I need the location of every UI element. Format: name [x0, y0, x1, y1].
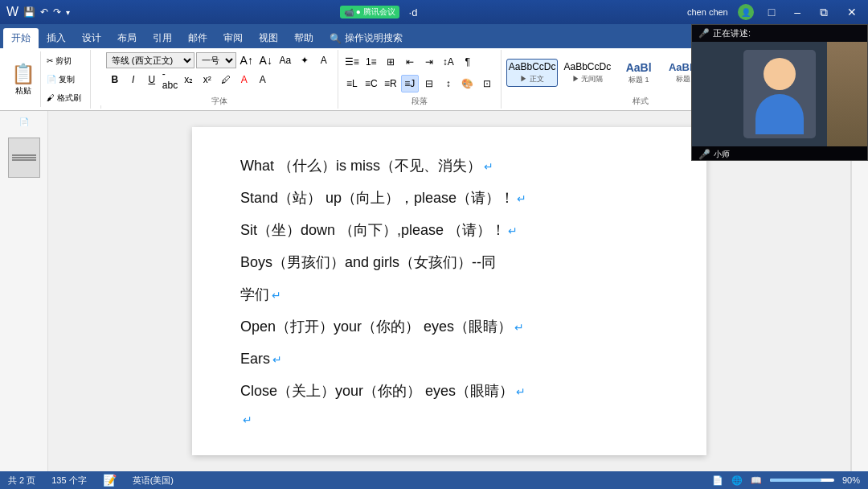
- align-right-button[interactable]: ≡R: [382, 75, 399, 92]
- view-print-icon[interactable]: 📄: [712, 475, 723, 486]
- doc-line-2: Stand（站） up（向上），please（请）！ ↵: [240, 183, 658, 212]
- underline-button[interactable]: U: [143, 71, 161, 88]
- increase-font-button[interactable]: A↑: [238, 51, 256, 69]
- doc-page[interactable]: What （什么）is miss（不见、消失） ↵ Stand（站） up（向上…: [192, 127, 706, 455]
- title-bar: W 💾 ↶ ↷ ▾ 📹 ● 腾讯会议 ·d chen chen 👤 □ – ⧉ …: [0, 0, 868, 24]
- tab-search[interactable]: 🔍 操作说明搜索: [321, 28, 411, 48]
- style-normal[interactable]: AaBbCcDc ▶ 正文: [506, 59, 559, 87]
- cut-button[interactable]: ✂ 剪切: [44, 55, 84, 68]
- text-format-btn[interactable]: A: [315, 51, 333, 69]
- superscript-button[interactable]: x²: [199, 71, 216, 88]
- video-background: [827, 42, 867, 146]
- doc-line-5: 学们 ↵: [240, 280, 658, 309]
- change-case-button[interactable]: Aa: [276, 51, 294, 69]
- border-button[interactable]: ⊡: [478, 75, 496, 92]
- enter-marker-9: ↵: [243, 409, 252, 431]
- title-bar-center: 📹 ● 腾讯会议 ·d: [340, 6, 418, 18]
- tab-mailings[interactable]: 邮件: [180, 28, 215, 48]
- clipboard-sub-buttons: ✂ 剪切 📄 复制 🖌 格式刷: [41, 51, 87, 107]
- tab-help[interactable]: 帮助: [286, 28, 321, 48]
- font-name-select[interactable]: 等线 (西文正文): [106, 52, 194, 68]
- pages-icon: 📄: [19, 117, 29, 126]
- tab-review[interactable]: 审阅: [215, 28, 251, 48]
- zoom-slider[interactable]: [770, 479, 834, 482]
- language[interactable]: 英语(美国): [133, 475, 174, 487]
- subscript-button[interactable]: x₂: [180, 71, 198, 88]
- person-name-label: 小师: [714, 149, 730, 160]
- highlight-button[interactable]: 🖊: [217, 71, 235, 88]
- numbering-button[interactable]: 1≡: [362, 53, 380, 71]
- font-color-btn2[interactable]: A: [254, 71, 272, 88]
- font-group: 等线 (西文正文) 一号 二号 A↑ A↓ Aa ✦ A B I U - abc…: [101, 50, 338, 109]
- tab-design[interactable]: 设计: [74, 28, 109, 48]
- quick-access-undo[interactable]: ↶: [40, 6, 48, 18]
- page-count: 共 2 页: [8, 475, 35, 487]
- minimize-button[interactable]: –: [789, 6, 805, 18]
- align-left-button[interactable]: ≡L: [343, 75, 361, 92]
- video-status-icon: 🎤: [698, 28, 710, 39]
- show-marks-button[interactable]: ¶: [459, 53, 477, 71]
- enter-marker-6: ↵: [514, 316, 524, 339]
- style-h1-preview: AaBl: [626, 60, 652, 75]
- tab-insert[interactable]: 插入: [39, 28, 74, 48]
- sort-button[interactable]: ↕A: [440, 53, 457, 71]
- sidebar-pages[interactable]: 📄: [16, 114, 32, 131]
- decrease-font-button[interactable]: A↓: [257, 51, 275, 69]
- styles-label: 样式: [633, 94, 649, 107]
- scrollbar[interactable]: [851, 111, 868, 471]
- main-area: 📄 What （什么）is miss（不见、消失） ↵ Stand（站） up（…: [0, 111, 868, 471]
- search-tab-icon: 🔍: [330, 33, 342, 44]
- doc-line-7: Ears ↵: [240, 344, 658, 373]
- italic-button[interactable]: I: [125, 71, 142, 88]
- style-heading1[interactable]: AaBl 标题 1: [616, 58, 661, 88]
- font-selector-row: 等线 (西文正文) 一号 二号 A↑ A↓ Aa ✦ A: [106, 51, 333, 69]
- column-button[interactable]: ⊟: [420, 75, 438, 92]
- tab-layout[interactable]: 布局: [109, 28, 145, 48]
- enter-marker-7: ↵: [272, 348, 282, 371]
- sidebar-thumbnails[interactable]: [8, 138, 40, 178]
- word-icon: W: [6, 5, 18, 19]
- line-spacing-button[interactable]: ↕: [440, 75, 457, 92]
- format-painter-button[interactable]: 🖌 格式刷: [44, 92, 84, 105]
- view-web-icon[interactable]: 🌐: [731, 475, 743, 486]
- close-button[interactable]: ✕: [842, 6, 862, 18]
- quick-access-redo[interactable]: ↷: [53, 6, 61, 18]
- enter-marker-3: ↵: [508, 220, 518, 242]
- video-header-text: 正在讲述:: [713, 27, 751, 39]
- tab-references[interactable]: 引用: [145, 28, 180, 48]
- person-head: [764, 58, 796, 90]
- copy-button[interactable]: 📄 复制: [44, 73, 84, 86]
- video-footer: 🎤 小师: [692, 146, 867, 161]
- zoom-level[interactable]: 90%: [842, 475, 860, 485]
- tab-home[interactable]: 开始: [3, 28, 39, 48]
- style-nospacing-preview: AaBbCcDc: [563, 61, 611, 74]
- strikethrough-button[interactable]: - abc: [162, 71, 179, 88]
- right-sidebar: [850, 111, 868, 471]
- clear-format-button[interactable]: ✦: [296, 51, 313, 69]
- view-read-icon[interactable]: 📖: [751, 475, 762, 486]
- quick-access-save[interactable]: 💾: [23, 6, 35, 18]
- bold-button[interactable]: B: [106, 71, 124, 88]
- font-size-select[interactable]: 一号 二号: [196, 52, 236, 68]
- increase-indent-button[interactable]: ⇥: [420, 53, 438, 71]
- doc-line-1: What （什么）is miss（不见、消失） ↵: [240, 151, 658, 180]
- paste-button[interactable]: 📋 粘贴: [6, 51, 41, 107]
- justify-button[interactable]: ≡J: [401, 75, 419, 92]
- restore-button[interactable]: □: [764, 6, 780, 18]
- bullets-button[interactable]: ☰≡: [343, 53, 361, 71]
- user-name: chen chen: [687, 7, 728, 17]
- font-actions: B I U - abc x₂ x² 🖊 A A: [106, 71, 272, 88]
- decrease-indent-button[interactable]: ⇤: [401, 53, 419, 71]
- spell-check-icon[interactable]: 📝: [103, 474, 117, 487]
- maximize-button[interactable]: ⧉: [815, 6, 833, 19]
- quick-access-customize[interactable]: ▾: [66, 8, 70, 17]
- shading-button[interactable]: 🎨: [459, 75, 477, 92]
- multilevel-list-button[interactable]: ⊞: [382, 53, 399, 71]
- align-center-button[interactable]: ≡C: [362, 75, 380, 92]
- style-no-spacing[interactable]: AaBbCcDc ▶ 无间隔: [561, 59, 613, 87]
- font-color-button[interactable]: A: [235, 71, 253, 88]
- title-bar-left: W 💾 ↶ ↷ ▾: [6, 5, 70, 19]
- tab-view[interactable]: 视图: [251, 28, 286, 48]
- enter-marker-1: ↵: [484, 155, 493, 178]
- person-body: [755, 94, 804, 134]
